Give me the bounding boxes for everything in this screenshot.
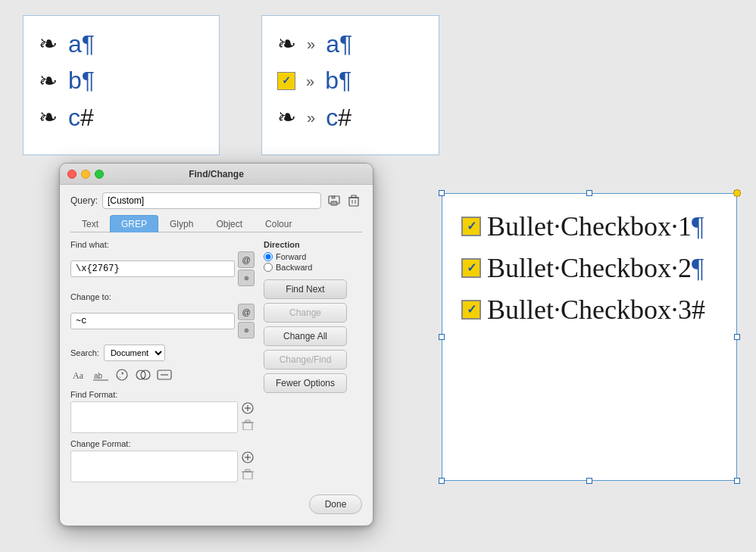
- preview-icon-1: ❧: [39, 30, 58, 58]
- preview-icon-2: ❧: [39, 67, 58, 95]
- radio-backward[interactable]: [264, 263, 273, 272]
- svg-rect-1: [331, 201, 337, 205]
- change-format-delete-button[interactable]: [241, 466, 255, 480]
- tool-case-button[interactable]: Aa: [70, 366, 89, 384]
- preview-icon-3: ❧: [39, 104, 58, 131]
- form-right: Direction Forward Backward Find Next Cha…: [264, 240, 362, 488]
- find-what-at-button[interactable]: @: [238, 251, 255, 268]
- query-label: Query:: [70, 195, 98, 206]
- find-what-row: @ ⊛: [70, 251, 255, 286]
- change-find-button[interactable]: Change/Find: [264, 350, 347, 370]
- preview-right-row-1: ❧ » a¶: [277, 30, 423, 58]
- done-row: Done: [70, 494, 362, 514]
- tab-object[interactable]: Object: [205, 215, 254, 232]
- maximize-button[interactable]: [95, 170, 104, 179]
- tool-regex-button[interactable]: .*: [113, 366, 131, 384]
- change-to-at-button[interactable]: @: [238, 304, 255, 320]
- bullet-content: ✓ Bullet·Checkbox·1¶ ✓ Bullet·Checkbox·2…: [442, 194, 736, 348]
- bullet-text-1: Bullet·Checkbox·1¶: [487, 209, 704, 245]
- tab-glyph[interactable]: Glyph: [158, 215, 205, 232]
- preview-right-text-2: b¶: [325, 66, 351, 95]
- bullet-row-3: ✓ Bullet·Checkbox·3#: [461, 292, 717, 328]
- preview-arrow-2: »: [306, 72, 314, 90]
- preview-right-icon-1: ❧: [277, 30, 296, 58]
- direction-title: Direction: [264, 240, 362, 249]
- traffic-lights: [67, 170, 104, 179]
- tab-text[interactable]: Text: [70, 215, 110, 232]
- radio-forward[interactable]: [264, 252, 273, 261]
- fewer-options-button[interactable]: Fewer Options: [264, 373, 347, 393]
- svg-rect-2: [332, 196, 335, 198]
- tab-colour[interactable]: Colour: [254, 215, 303, 232]
- preview-right-text-3: c#: [326, 103, 351, 132]
- save-query-button[interactable]: [326, 192, 342, 209]
- preview-text-1: a¶: [68, 30, 95, 58]
- yellow-handle: [733, 189, 741, 197]
- change-all-button[interactable]: Change All: [264, 326, 347, 346]
- change-to-row: @ ⊛: [70, 304, 255, 338]
- tool-extra-button[interactable]: [155, 366, 173, 384]
- svg-text:Aa: Aa: [73, 370, 84, 381]
- preview-right-row-2: ✓ » b¶: [277, 66, 423, 95]
- form-section: Find what: @ ⊛ Change to: @ ⊛: [70, 240, 362, 488]
- preview-right-text-1: a¶: [326, 30, 352, 58]
- tool-word-button[interactable]: ab: [92, 366, 110, 384]
- preview-box-left: ❧ a¶ ❧ b¶ ❧ c#: [23, 15, 220, 155]
- preview-checkbox-2: ✓: [277, 72, 295, 90]
- find-format-add-button[interactable]: [241, 401, 255, 415]
- bullet-checkbox-2: ✓: [461, 258, 481, 278]
- change-format-add-button[interactable]: [241, 451, 255, 464]
- find-next-button[interactable]: Find Next: [264, 279, 347, 299]
- preview-row-1: ❧ a¶: [39, 30, 204, 58]
- handle-tm: [586, 190, 592, 196]
- tab-grep[interactable]: GREP: [110, 215, 158, 232]
- find-what-input[interactable]: [70, 260, 235, 277]
- preview-box-right: ❧ » a¶ ✓ » b¶ ❧ » c#: [261, 15, 439, 155]
- find-format-delete-button[interactable]: [241, 417, 255, 431]
- radio-forward-row: Forward: [264, 252, 362, 261]
- handle-tl: [439, 190, 445, 196]
- done-button[interactable]: Done: [309, 494, 362, 514]
- svg-rect-22: [245, 420, 250, 423]
- svg-rect-26: [243, 472, 252, 479]
- search-row: Search: Document: [70, 345, 255, 361]
- preview-right-row-3: ❧ » c#: [277, 103, 423, 132]
- find-format-label: Find Format:: [70, 390, 255, 399]
- find-what-label: Find what:: [70, 240, 255, 249]
- change-format-box: [70, 451, 238, 482]
- find-format-section: Find Format:: [70, 390, 255, 433]
- radio-backward-label: Backward: [276, 263, 312, 272]
- search-select[interactable]: Document: [104, 345, 165, 361]
- change-format-section: Change Format:: [70, 439, 255, 482]
- bullet-text-3: Bullet·Checkbox·3#: [487, 292, 705, 328]
- query-row: Query: [Custom]: [70, 192, 362, 209]
- preview-text-3: c#: [68, 103, 94, 132]
- minimize-button[interactable]: [81, 170, 90, 179]
- query-icons: [326, 192, 362, 209]
- dialog-title: Find/Change: [189, 169, 244, 179]
- dialog-titlebar: Find/Change: [60, 164, 373, 185]
- action-buttons: Find Next Change Change All Change/Find …: [264, 279, 362, 393]
- icon-toolbar: Aa ab .*: [70, 366, 255, 384]
- handle-bm: [586, 478, 592, 484]
- delete-query-button[interactable]: [345, 192, 362, 209]
- direction-section: Direction Forward Backward: [264, 240, 362, 272]
- change-to-at2-button[interactable]: ⊛: [238, 322, 255, 338]
- close-button[interactable]: [67, 170, 77, 179]
- preview-row-3: ❧ c#: [39, 103, 204, 132]
- preview-text-2: b¶: [68, 66, 95, 95]
- search-label: Search:: [70, 348, 99, 357]
- query-select[interactable]: [Custom]: [102, 192, 321, 209]
- change-to-input[interactable]: [70, 313, 235, 329]
- radio-backward-row: Backward: [264, 263, 362, 272]
- svg-rect-5: [351, 195, 356, 198]
- tabs-row: Text GREP Glyph Object Colour: [70, 215, 362, 232]
- preview-row-2: ❧ b¶: [39, 66, 204, 95]
- bullet-row-1: ✓ Bullet·Checkbox·1¶: [461, 209, 717, 245]
- preview-arrow-1: »: [307, 35, 315, 53]
- change-button[interactable]: Change: [264, 303, 347, 323]
- svg-rect-3: [349, 198, 358, 206]
- find-what-at2-button[interactable]: ⊛: [238, 270, 255, 286]
- find-format-box: [70, 401, 238, 433]
- tool-overlap-button[interactable]: [134, 366, 152, 384]
